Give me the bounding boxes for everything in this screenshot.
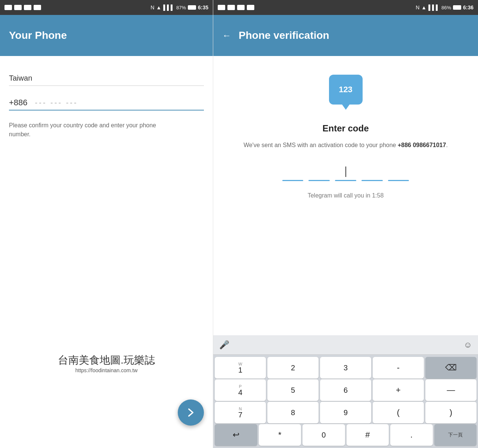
keyboard-right-icon[interactable]: ☺ <box>464 340 472 350</box>
app-icon-r2 <box>227 5 235 10</box>
watermark: 台南美食地圖.玩樂誌 https://foodintainan.com.tw <box>58 353 155 373</box>
keyboard-row-2: P 4 5 6 + — <box>215 379 477 401</box>
app-icon-4 <box>34 5 41 10</box>
key-5[interactable]: 5 <box>267 379 319 401</box>
watermark-url: https://foodintainan.com.tw <box>58 367 155 373</box>
status-bar-right: N ▲ ▌▌▌ 86% 6:36 <box>213 0 478 15</box>
app-icon-2 <box>14 5 22 10</box>
key-plus[interactable]: + <box>373 379 424 401</box>
status-icons-left <box>4 5 41 10</box>
sms-desc-prefix: We've sent an SMS with an activation cod… <box>243 142 398 148</box>
key-N7[interactable]: N 7 <box>215 402 266 423</box>
key-P4[interactable]: P 4 <box>215 379 266 401</box>
key-2[interactable]: 2 <box>267 357 319 379</box>
key-W1[interactable]: W 1 <box>215 357 266 379</box>
key-em-dash[interactable]: — <box>425 379 477 401</box>
key-3[interactable]: 3 <box>320 357 371 379</box>
code-underline-5 <box>388 180 409 181</box>
key-next-page[interactable]: 下一頁 <box>434 424 477 446</box>
app-icon-r1 <box>218 5 225 10</box>
right-app-header: ← Phone verification <box>213 15 478 56</box>
nfc-icon: N <box>150 4 154 10</box>
code-underline-2 <box>308 180 330 181</box>
code-underlines <box>282 180 409 181</box>
key-close-paren[interactable]: ) <box>425 402 477 423</box>
signal-icon-r: ▌▌▌ <box>428 4 440 10</box>
app-icon-3 <box>24 5 31 10</box>
msg-icon-label: 123 <box>339 85 353 94</box>
key-0[interactable]: 0 <box>302 424 345 446</box>
code-cursor-line <box>345 165 346 178</box>
status-bar-right-right-info: N ▲ ▌▌▌ 86% 6:36 <box>416 4 474 10</box>
key-hash[interactable]: # <box>347 424 389 446</box>
phone-placeholder-text: --- --- --- <box>35 99 78 107</box>
key-6[interactable]: 6 <box>320 379 371 401</box>
country-code: +886 <box>9 98 28 108</box>
sms-desc-suffix: . <box>446 142 447 148</box>
key-asterisk[interactable]: * <box>259 424 301 446</box>
wifi-icon-r: ▲ <box>421 4 426 10</box>
key-dash[interactable]: - <box>373 357 424 379</box>
app-icon-r4 <box>247 5 254 10</box>
call-timer-text: Telegram will call you in 1:58 <box>308 192 384 199</box>
key-period[interactable]: . <box>390 424 433 446</box>
arrow-right-icon <box>185 407 197 419</box>
right-panel: N ▲ ▌▌▌ 86% 6:36 ← Phone verification 12… <box>213 0 478 448</box>
battery-percent-r: 86% <box>441 5 451 10</box>
time-left: 6:35 <box>198 4 208 10</box>
watermark-cn-text: 台南美食地圖.玩樂誌 <box>58 353 155 367</box>
keyboard-row-4: ↩ * 0 # . 下一頁 <box>215 424 477 446</box>
phone-row: +886 --- --- --- <box>9 98 204 111</box>
battery-icon-r <box>453 5 461 10</box>
key-9[interactable]: 9 <box>320 402 371 423</box>
status-bar-left: N ▲ ▌▌▌ 87% 6:35 <box>0 0 213 15</box>
left-app-header: Your Phone <box>0 15 213 56</box>
key-backspace[interactable]: ⌫ <box>425 357 477 379</box>
phone-number-bold: +886 0986671017 <box>398 142 446 148</box>
message-icon: 123 <box>329 75 363 105</box>
code-underline-1 <box>282 180 304 181</box>
battery-icon <box>188 5 196 10</box>
keyboard-left-icon[interactable]: 🎤 <box>219 340 229 350</box>
key-open-paren[interactable]: ( <box>373 402 424 423</box>
hint-text: Please confirm your country code and ent… <box>9 121 166 139</box>
key-8[interactable]: 8 <box>267 402 319 423</box>
keyboard-area: 🎤 ☺ W 1 2 3 - ⌫ <box>213 335 478 448</box>
next-fab-button[interactable] <box>178 399 204 426</box>
keyboard-top-bar: 🎤 ☺ <box>213 335 478 355</box>
right-content: 123 Enter code We've sent an SMS with an… <box>213 56 478 335</box>
nfc-icon-r: N <box>416 4 419 10</box>
right-header-title: Phone verification <box>239 29 329 41</box>
key-enter[interactable]: ↩ <box>215 424 257 446</box>
app-icon-r3 <box>237 5 245 10</box>
battery-percent: 87% <box>176 5 186 10</box>
left-header-title: Your Phone <box>9 29 67 41</box>
keyboard-row-3: N 7 8 9 ( ) <box>215 402 477 423</box>
wifi-icon: ▲ <box>156 4 161 10</box>
left-content: +886 --- --- --- Please confirm your cou… <box>0 56 213 448</box>
keyboard-rows: W 1 2 3 - ⌫ P 4 <box>213 355 478 448</box>
left-panel: N ▲ ▌▌▌ 87% 6:35 Your Phone +886 --- ---… <box>0 0 213 448</box>
code-underline-3 <box>335 180 356 181</box>
code-underline-4 <box>361 180 383 181</box>
text-cursor <box>345 167 346 177</box>
country-input[interactable] <box>9 71 204 86</box>
keyboard-row-1: W 1 2 3 - ⌫ <box>215 357 477 379</box>
status-bar-right-info: N ▲ ▌▌▌ 87% 6:35 <box>150 4 208 10</box>
signal-icon: ▌▌▌ <box>163 4 174 10</box>
enter-code-title: Enter code <box>322 123 369 134</box>
app-icon-1 <box>4 5 12 10</box>
sms-description: We've sent an SMS with an activation cod… <box>243 140 448 150</box>
back-button[interactable]: ← <box>222 30 231 41</box>
code-input-area[interactable] <box>236 165 456 181</box>
time-right: 6:36 <box>463 4 474 10</box>
status-icons-right-left <box>218 5 254 10</box>
